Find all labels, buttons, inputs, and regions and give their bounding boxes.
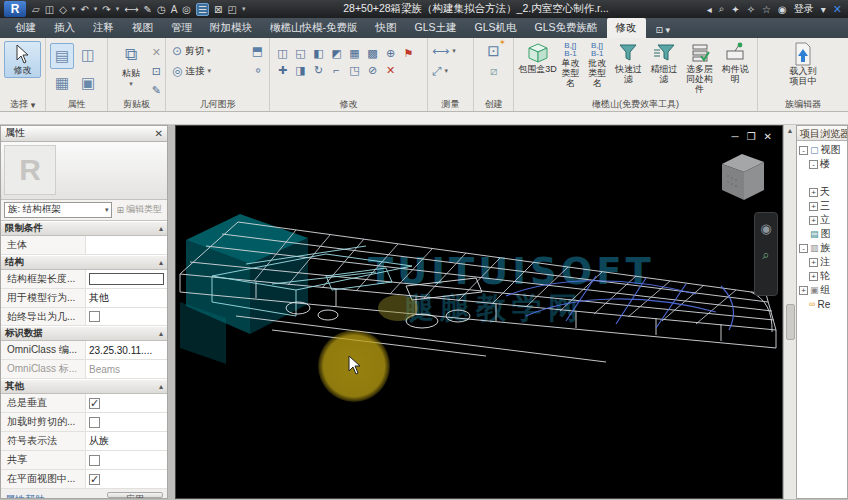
tree-item-annotation[interactable]: +注 xyxy=(797,255,847,269)
exchange-apps-icon[interactable]: ✕ xyxy=(833,3,842,16)
tree-item-revit-links[interactable]: ∞Re xyxy=(797,297,847,311)
tree-item-groups[interactable]: +▣组 xyxy=(797,283,847,297)
measure-icon[interactable]: ⟷ xyxy=(124,4,138,15)
align-icon[interactable]: ◫ xyxy=(274,45,291,61)
revit-logo[interactable]: R xyxy=(4,1,26,17)
property-row-cut-with-voids[interactable]: 加载时剪切的... xyxy=(1,413,167,432)
array-icon[interactable]: ▩ xyxy=(364,45,381,61)
delete-icon[interactable]: ✕ xyxy=(382,62,399,78)
rename-type-batch-button[interactable]: B,[]B-1 批改类型名 xyxy=(584,41,611,88)
visibility-icon[interactable]: ▣ xyxy=(76,71,100,97)
expand-toggle-icon[interactable]: + xyxy=(809,188,818,197)
mirror-pick-icon[interactable]: ◧ xyxy=(310,45,327,61)
expand-toggle-icon[interactable]: + xyxy=(799,286,808,295)
property-row-symbolic-representation[interactable]: 符号表示法 从族 xyxy=(1,432,167,451)
modify-button[interactable]: 修改 xyxy=(4,41,41,78)
sync-icon[interactable]: ◇ xyxy=(59,4,67,15)
login-caret-icon[interactable]: ▾ xyxy=(821,4,826,15)
caret-icon[interactable]: ▾ xyxy=(72,5,76,13)
expand-toggle-icon[interactable]: + xyxy=(809,216,818,225)
copy-tool-icon[interactable]: ◨ xyxy=(292,62,309,78)
section-structural[interactable]: 结构▴ xyxy=(1,255,167,270)
copy-icon[interactable]: ⊡ xyxy=(152,63,161,79)
component-note-button[interactable]: 构件说明 xyxy=(717,41,753,84)
aligned-dimension-button[interactable]: ⟷ ▾ xyxy=(432,44,469,58)
properties-help-link[interactable]: 属性帮助 xyxy=(5,493,45,498)
rename-type-single-button[interactable]: B,[]B-1 单改类型名 xyxy=(557,41,584,88)
navigation-bar[interactable]: ◉ ⌕ xyxy=(754,212,778,296)
tab-create[interactable]: 创建 xyxy=(6,18,45,38)
view-restore-icon[interactable]: ❐ xyxy=(747,131,756,142)
family-types-icon[interactable]: ◫ xyxy=(76,43,100,69)
rotate-icon[interactable]: ↻ xyxy=(310,62,327,78)
demolish-icon[interactable]: ⚬ xyxy=(253,64,263,78)
apply-button[interactable]: 应用 xyxy=(107,492,163,498)
close-hidden-icon[interactable]: ⊠ xyxy=(214,4,222,15)
mirror-draw-icon[interactable]: ◩ xyxy=(328,45,345,61)
tree-item-families[interactable]: -▥族 xyxy=(797,241,847,255)
shared-checkbox[interactable] xyxy=(89,455,100,466)
expand-toggle-icon[interactable]: + xyxy=(809,258,818,267)
family-category-icon[interactable]: ▦ xyxy=(50,71,74,97)
property-row-frame-length[interactable]: 结构框架长度... xyxy=(1,270,167,289)
property-row-host[interactable]: 主体 xyxy=(1,236,167,255)
search-icon[interactable]: ⌕ xyxy=(719,3,725,15)
unpin-icon[interactable]: ⊘ xyxy=(364,62,381,78)
cut-geometry-button[interactable]: ⊙ 剪切▾ ⬒ xyxy=(170,41,265,61)
tree-item-elevations[interactable]: +立 xyxy=(797,213,847,227)
component-icon[interactable]: ⧄ xyxy=(490,64,498,78)
tab-modify[interactable]: 修改 xyxy=(607,18,646,38)
tree-item-views[interactable]: -▢视图 xyxy=(797,143,847,157)
tab-manage[interactable]: 管理 xyxy=(162,18,201,38)
close-icon[interactable]: ✕ xyxy=(155,128,163,139)
fine-filter-button[interactable]: 精细过滤 xyxy=(646,41,682,84)
cut-icon[interactable]: ✕ xyxy=(152,44,161,60)
scroll-up-icon[interactable]: ▲ xyxy=(787,125,794,134)
property-row-always-vertical[interactable]: 总是垂直 xyxy=(1,394,167,413)
bounding-box-3d-button[interactable]: 包围盒3D xyxy=(518,41,557,74)
tree-item-ceiling-plans[interactable]: +天 xyxy=(797,185,847,199)
steering-wheel-icon[interactable]: ◉ xyxy=(760,223,771,235)
section-constraints[interactable]: 限制条件▴ xyxy=(1,221,167,236)
view-minimize-icon[interactable]: ─ xyxy=(732,131,739,142)
view-cube[interactable] xyxy=(714,146,770,206)
collapse-toggle-icon[interactable]: - xyxy=(799,146,808,155)
move-icon[interactable]: ✚ xyxy=(274,62,291,78)
load-into-project-button[interactable]: 载入到项目中 xyxy=(779,41,827,86)
tile-windows-icon[interactable]: ◰ xyxy=(227,4,236,15)
3d-viewport[interactable]: TUITUISOFT 腿腿教学网 xyxy=(175,125,783,499)
tab-addins[interactable]: 附加模块 xyxy=(201,18,261,38)
schedule-icon[interactable]: ◷ xyxy=(157,4,166,15)
collapse-infocenter-icon[interactable]: ◂ xyxy=(707,4,712,15)
ribbon-state-toggle[interactable]: ⊡ ▾ xyxy=(652,22,675,38)
always-vertical-checkbox[interactable] xyxy=(89,398,100,409)
user-icon[interactable]: ◉ xyxy=(778,4,787,15)
property-row-show-in-plan[interactable]: 在平面视图中... xyxy=(1,470,167,489)
cut-with-voids-checkbox[interactable] xyxy=(89,417,100,428)
family-types-button[interactable]: ⊡ ✶ xyxy=(487,42,500,60)
frame-length-input[interactable] xyxy=(89,273,164,285)
trim-icon[interactable]: ⌐ xyxy=(328,62,345,78)
edit-type-button[interactable]: ⊞编辑类型 xyxy=(114,203,164,216)
measure-button[interactable]: ⤢ ▾ xyxy=(432,64,469,78)
scrollbar-thumb[interactable] xyxy=(786,304,795,340)
collapse-toggle-icon[interactable]: - xyxy=(809,160,818,169)
tab-gls-family[interactable]: GLS免费族酷 xyxy=(526,18,607,38)
caret-icon[interactable]: ▾ xyxy=(116,5,120,13)
undo-icon[interactable]: ↶ xyxy=(80,4,88,15)
tree-item-profiles[interactable]: +轮 xyxy=(797,269,847,283)
section-other[interactable]: 其他▴ xyxy=(1,379,167,394)
tab-insert[interactable]: 插入 xyxy=(45,18,84,38)
communication-icon[interactable]: ✧ xyxy=(747,4,755,15)
paste-button[interactable]: ⧉ 粘贴▾ xyxy=(112,41,150,91)
match-type-icon[interactable]: ✎ xyxy=(152,82,161,98)
tab-gls-mep[interactable]: GLS机电 xyxy=(466,18,526,38)
tree-item-sheets[interactable]: ▤图 xyxy=(797,227,847,241)
tree-item-floor-plan-child[interactable] xyxy=(797,171,847,185)
browser-scrollbar[interactable]: ▲ xyxy=(783,125,796,499)
detail-line-icon[interactable]: ✎ xyxy=(144,4,152,15)
login-button[interactable]: 登录 xyxy=(794,2,814,16)
family-selector-dropdown[interactable]: 族: 结构框架▾ xyxy=(4,202,112,218)
export-geometry-checkbox[interactable] xyxy=(89,311,100,322)
quick-filter-button[interactable]: 快速过滤 xyxy=(611,41,647,84)
